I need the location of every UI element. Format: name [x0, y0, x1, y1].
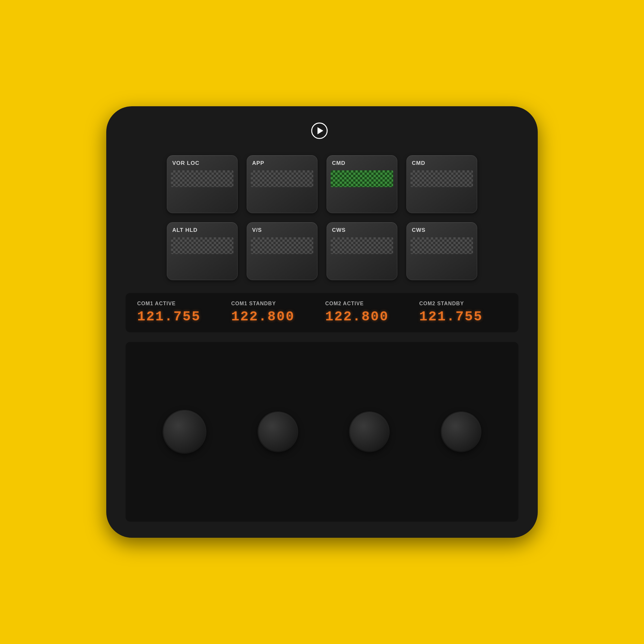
- btn-cws-1-label: CWS: [331, 227, 346, 233]
- btn-cws-2-label: CWS: [411, 227, 426, 233]
- header: [311, 122, 333, 139]
- stream-deck-device: VOR LOCAPPCMDCMDALT HLDV/SCWSCWS COM1 AC…: [106, 106, 538, 538]
- btn-cmd-2-label: CMD: [411, 160, 425, 166]
- button-grid: VOR LOCAPPCMDCMDALT HLDV/SCWSCWS: [167, 155, 477, 280]
- knob-2-container: [259, 412, 297, 451]
- btn-vs-indicator: [251, 237, 313, 254]
- btn-cws-2-indicator: [411, 237, 473, 254]
- knob-1-container: [164, 411, 205, 453]
- com2-standby-label: COM2 STANDBY: [419, 301, 464, 307]
- btn-vor-loc-label: VOR LOC: [171, 160, 199, 166]
- knob-panel: [126, 342, 518, 522]
- com1-active-channel: COM1 ACTIVE121.755: [137, 301, 225, 325]
- btn-vor-loc-indicator: [171, 170, 233, 187]
- btn-vs[interactable]: V/S: [247, 222, 317, 280]
- knob-1[interactable]: [164, 411, 205, 453]
- com1-active-label: COM1 ACTIVE: [137, 301, 176, 307]
- btn-app-indicator: [251, 170, 313, 187]
- frequency-panel: COM1 ACTIVE121.755COM1 STANDBY122.800COM…: [126, 293, 518, 332]
- btn-cmd-2-indicator: [411, 170, 473, 187]
- btn-cws-2[interactable]: CWS: [406, 222, 477, 280]
- com1-active-value: 121.755: [137, 309, 201, 325]
- btn-cmd-2[interactable]: CMD: [406, 155, 477, 213]
- btn-vs-label: V/S: [251, 227, 262, 233]
- com1-standby-value: 122.800: [231, 309, 295, 325]
- com2-active-label: COM2 ACTIVE: [325, 301, 364, 307]
- btn-vor-loc[interactable]: VOR LOC: [167, 155, 238, 213]
- knob-3-container: [350, 412, 389, 451]
- com1-standby-channel: COM1 STANDBY122.800: [231, 301, 319, 325]
- btn-cmd-1[interactable]: CMD: [327, 155, 397, 213]
- knob-3[interactable]: [350, 412, 389, 451]
- com2-active-value: 122.800: [325, 309, 389, 325]
- svg-marker-1: [317, 127, 323, 134]
- knob-4-container: [442, 412, 480, 451]
- stream-deck-logo-icon: [311, 122, 328, 139]
- com2-standby-channel: COM2 STANDBY121.755: [419, 301, 507, 325]
- btn-cmd-1-indicator: [331, 170, 393, 187]
- btn-cmd-1-label: CMD: [331, 160, 346, 166]
- com2-active-channel: COM2 ACTIVE122.800: [325, 301, 413, 325]
- com2-standby-value: 121.755: [419, 309, 483, 325]
- btn-app[interactable]: APP: [247, 155, 317, 213]
- btn-alt-hld-label: ALT HLD: [171, 227, 197, 233]
- btn-app-label: APP: [251, 160, 264, 166]
- knob-2[interactable]: [259, 412, 297, 451]
- com1-standby-label: COM1 STANDBY: [231, 301, 276, 307]
- knob-4[interactable]: [442, 412, 480, 451]
- btn-alt-hld-indicator: [171, 237, 233, 254]
- btn-alt-hld[interactable]: ALT HLD: [167, 222, 238, 280]
- btn-cws-1[interactable]: CWS: [327, 222, 397, 280]
- btn-cws-1-indicator: [331, 237, 393, 254]
